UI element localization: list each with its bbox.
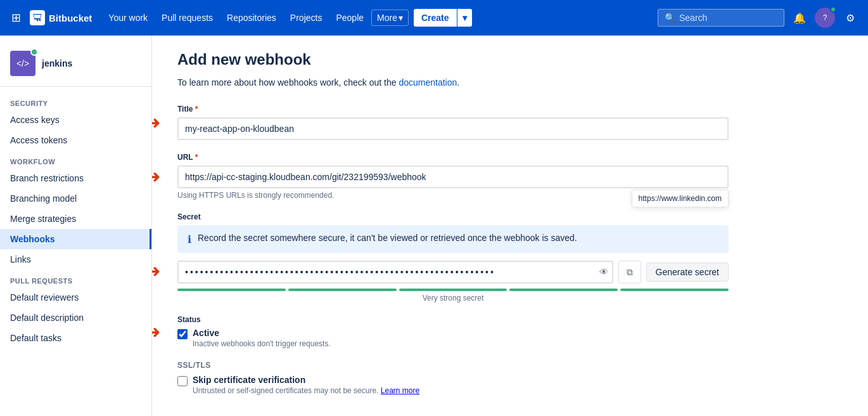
active-check: Active Inactive webhooks don't trigger r… bbox=[177, 328, 843, 348]
arrow-status: ➜ bbox=[152, 322, 160, 342]
secret-input-wrap: 👁 bbox=[177, 261, 613, 283]
arrow-url: ➜ bbox=[152, 166, 160, 187]
sidebar-item-default-reviewers[interactable]: Default reviewers bbox=[0, 287, 151, 308]
sidebar-item-branch-restrictions[interactable]: Branch restrictions bbox=[0, 168, 151, 188]
avatar-badge bbox=[830, 6, 836, 13]
sidebar-item-access-tokens[interactable]: Access tokens bbox=[0, 130, 151, 150]
nav-projects[interactable]: Projects bbox=[284, 9, 329, 27]
secret-input[interactable] bbox=[177, 261, 613, 283]
sidebar-username: jenkins bbox=[42, 58, 72, 68]
strength-seg-1 bbox=[177, 289, 286, 291]
notifications-icon[interactable]: 🔔 bbox=[789, 8, 810, 28]
url-tooltip: https://www.linkedin.com bbox=[632, 190, 729, 207]
nav-repositories[interactable]: Repositories bbox=[220, 9, 283, 27]
logo-text: Bitbucket bbox=[49, 13, 92, 23]
create-button[interactable]: Create ▾ bbox=[414, 9, 472, 27]
arrow-title: ➜ bbox=[152, 112, 160, 133]
sidebar-section-security: Security bbox=[0, 92, 151, 110]
layout: </> jenkins Security Access keys Access … bbox=[0, 36, 868, 416]
secret-field-group: Secret ℹ Record the secret somewhere sec… bbox=[177, 212, 843, 302]
secret-input-row: 👁 ⧉ Generate secret bbox=[177, 261, 729, 283]
arrow-secret: ➜ bbox=[152, 261, 160, 282]
nav-your-work[interactable]: Your work bbox=[102, 9, 154, 27]
logo-icon bbox=[30, 10, 45, 25]
sidebar-avatar: </> bbox=[10, 51, 35, 76]
main-content: Add new webhook To learn more about how … bbox=[152, 36, 868, 416]
strength-seg-2 bbox=[288, 289, 397, 291]
sidebar-section-workflow: Workflow bbox=[0, 150, 151, 168]
strength-label: Very strong secret bbox=[177, 294, 729, 302]
settings-icon[interactable]: ⚙ bbox=[840, 8, 860, 28]
strength-bar bbox=[177, 289, 729, 291]
inactive-hint: Inactive webhooks don't trigger requests… bbox=[193, 339, 331, 348]
generate-secret-button[interactable]: Generate secret bbox=[646, 263, 729, 282]
search-box[interactable]: 🔍 Search bbox=[658, 9, 784, 27]
url-hint: Using HTTPS URLs is strongly recommended… bbox=[177, 191, 843, 200]
title-label: Title * bbox=[177, 105, 843, 114]
active-label[interactable]: Active bbox=[193, 328, 219, 338]
sidebar-item-access-keys[interactable]: Access keys bbox=[0, 110, 151, 130]
nav-pull-requests[interactable]: Pull requests bbox=[155, 9, 219, 27]
skip-cert-check: Skip certificate verification Untrusted … bbox=[177, 375, 843, 395]
sidebar-item-webhooks[interactable]: Webhooks bbox=[0, 229, 151, 249]
strength-seg-4 bbox=[509, 289, 618, 291]
topnav-links: Your work Pull requests Repositories Pro… bbox=[102, 9, 409, 27]
secret-info-text: Record the secret somewhere secure, it c… bbox=[198, 233, 577, 243]
sidebar-item-links[interactable]: Links bbox=[0, 249, 151, 270]
sidebar-section-pull-requests: Pull Requests bbox=[0, 270, 151, 287]
url-label: URL * bbox=[177, 153, 843, 162]
logo[interactable]: Bitbucket bbox=[30, 10, 92, 25]
avatar[interactable]: ? bbox=[815, 8, 835, 28]
skip-cert-checkbox[interactable] bbox=[177, 376, 188, 386]
grid-icon[interactable]: ⊞ bbox=[8, 7, 25, 29]
skip-cert-label[interactable]: Skip certificate verification bbox=[193, 375, 305, 385]
sidebar: </> jenkins Security Access keys Access … bbox=[0, 36, 152, 416]
documentation-link[interactable]: documentation bbox=[399, 77, 457, 88]
strength-seg-3 bbox=[399, 289, 507, 291]
sidebar-item-branching-model[interactable]: Branching model bbox=[0, 188, 151, 209]
nav-people[interactable]: People bbox=[329, 9, 370, 27]
url-input[interactable] bbox=[177, 166, 729, 188]
title-field-group: Title * ➜ bbox=[177, 105, 843, 140]
learn-more-link[interactable]: Learn more bbox=[381, 386, 419, 395]
eye-icon[interactable]: 👁 bbox=[599, 267, 608, 277]
ssl-label: SSL/TLS bbox=[177, 361, 843, 370]
sidebar-avatar-badge bbox=[30, 48, 38, 56]
sidebar-user: </> jenkins bbox=[0, 46, 151, 87]
copy-icon[interactable]: ⧉ bbox=[618, 261, 641, 283]
info-icon: ℹ bbox=[188, 233, 191, 245]
title-input[interactable] bbox=[177, 117, 729, 140]
sidebar-item-default-description[interactable]: Default description bbox=[0, 308, 151, 328]
url-field-group: URL * ➜ https://www.linkedin.com Using H… bbox=[177, 153, 843, 200]
page-title: Add new webhook bbox=[177, 51, 843, 68]
secret-info-box: ℹ Record the secret somewhere secure, it… bbox=[177, 225, 729, 253]
ssl-field-group: SSL/TLS Skip certificate verification Un… bbox=[177, 361, 843, 395]
search-icon: 🔍 bbox=[665, 13, 675, 23]
status-label: Status bbox=[177, 315, 843, 324]
secret-label: Secret bbox=[177, 212, 843, 221]
sidebar-item-default-tasks[interactable]: Default tasks bbox=[0, 328, 151, 348]
sidebar-item-merge-strategies[interactable]: Merge strategies bbox=[0, 209, 151, 229]
page-description: To learn more about how webhooks work, c… bbox=[177, 76, 843, 89]
skip-cert-hint: Untrusted or self-signed certificates ma… bbox=[193, 386, 419, 395]
status-field-group: Status ➜ Active Inactive webhooks don't … bbox=[177, 315, 843, 348]
strength-seg-5 bbox=[620, 289, 729, 291]
topnav: ⊞ Bitbucket Your work Pull requests Repo… bbox=[0, 0, 868, 36]
more-button[interactable]: More ▾ bbox=[371, 10, 409, 26]
active-checkbox[interactable] bbox=[177, 329, 188, 339]
